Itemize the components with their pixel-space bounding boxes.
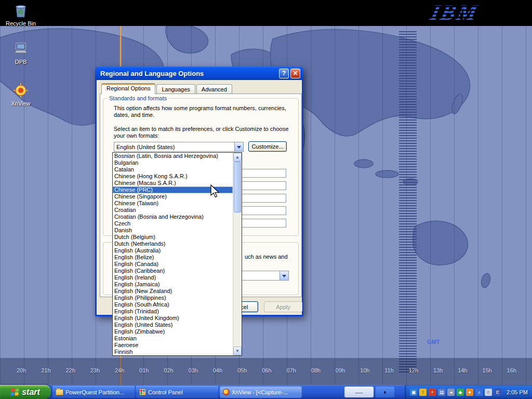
language-option[interactable]: English (Caribbean)	[113, 268, 233, 274]
svg-text:♻: ♻	[18, 8, 24, 16]
language-option[interactable]: English (New Zealand)	[113, 288, 233, 295]
language-option[interactable]: English (Ireland)	[113, 274, 233, 281]
ibm-logo: IBM	[418, 0, 491, 26]
language-option[interactable]: Dutch (Netherlands)	[113, 241, 233, 247]
xnview-icon	[223, 389, 230, 395]
taskbar: start PowerQuest Partition... Control Pa…	[0, 385, 532, 399]
scrollbar-thumb[interactable]	[234, 162, 241, 212]
language-option[interactable]: English (Zimbabwe)	[113, 328, 233, 335]
language-option[interactable]: Chinese (Hong Kong S.A.R.)	[113, 173, 233, 180]
tray-icons-row: ▣!+▤◂◆●♪○E	[410, 389, 501, 396]
language-option[interactable]: English (United States)	[113, 322, 233, 328]
removable-hardware-icon[interactable]: ◂	[447, 389, 455, 396]
language-option[interactable]: English (United Kingdom)	[113, 315, 233, 322]
network-status-icon[interactable]: ▣	[410, 389, 417, 396]
timezone-label: 06h	[262, 367, 271, 374]
language-option[interactable]: English (Philippines)	[113, 295, 233, 301]
dpb-label: DPB	[4, 59, 37, 65]
language-option[interactable]: Chinese (Singapore)	[113, 193, 233, 200]
dialog-title: Regional and Language Options	[100, 70, 277, 77]
scroll-down-arrow-icon[interactable]: ▼	[233, 347, 242, 355]
format-combobox-value: English (United States)	[114, 144, 234, 150]
desktop: 20h21h22h23h24h01h02h03h04h05h06h07h08h0…	[0, 0, 532, 399]
language-option[interactable]: English (Belize)	[113, 254, 233, 261]
task-xnview[interactable]: XnView - [<Capture-...	[220, 386, 302, 398]
volume-icon[interactable]: ♪	[475, 389, 483, 396]
timezone-label: 21h	[41, 367, 50, 374]
dialog-titlebar[interactable]: Regional and Language Options ? ✕	[95, 66, 303, 80]
timezone-label: 20h	[17, 367, 26, 374]
language-dropdown-list: Bosnian (Latin, Bosnia and Herzegovina)B…	[113, 153, 233, 355]
tab-regional-options[interactable]: Regional Options	[101, 83, 155, 94]
language-option[interactable]: English (Jamaica)	[113, 281, 233, 288]
close-button[interactable]: ✕	[290, 69, 300, 78]
standards-instruction: Select an item to match its preferences,…	[114, 126, 296, 139]
language-option[interactable]: English (Trinidad)	[113, 308, 233, 315]
messenger-icon[interactable]: ◆	[457, 389, 464, 396]
language-option[interactable]: Finnish	[113, 349, 233, 355]
language-bar-icon[interactable]: E	[494, 389, 501, 396]
language-option[interactable]: Chinese (PRC)	[113, 187, 233, 193]
timezone-label: 08h	[311, 367, 321, 374]
windows-flag-icon	[10, 389, 20, 396]
folder-icon	[56, 389, 63, 395]
language-option[interactable]: English (South Africa)	[113, 301, 233, 308]
language-option[interactable]: Bosnian (Latin, Bosnia and Herzegovina)	[113, 153, 233, 159]
recycle-bin-desktop-icon[interactable]: ♻ Recycle Bin	[4, 2, 37, 26]
tab-languages[interactable]: Languages	[156, 84, 195, 94]
combobox-dropdown-arrow-icon[interactable]	[280, 271, 288, 280]
dropdown-scrollbar[interactable]: ▲ ▼	[233, 153, 242, 355]
help-button[interactable]: ?	[279, 69, 289, 78]
language-option[interactable]: Faeroese	[113, 342, 233, 349]
language-option[interactable]: Czech	[113, 220, 233, 227]
language-option[interactable]: English (Canada)	[113, 261, 233, 268]
scheduler-icon[interactable]: ○	[485, 389, 492, 396]
apply-button[interactable]: Apply	[264, 301, 302, 312]
scrollbar-track[interactable]	[233, 212, 242, 347]
task-control-panel[interactable]: Control Panel	[136, 386, 218, 398]
language-option[interactable]: Estonian	[113, 335, 233, 342]
update-icon[interactable]: ●	[466, 389, 473, 396]
customize-button[interactable]: Customize...	[248, 141, 287, 152]
dpb-desktop-icon[interactable]: DPB	[4, 41, 37, 65]
recycle-bin-icon: ♻	[12, 2, 30, 19]
format-combobox[interactable]: English (United States)	[114, 142, 244, 152]
taskbar-icon-button[interactable]: ◖	[376, 387, 394, 397]
task-powerquest-partition[interactable]: PowerQuest Partition...	[52, 386, 135, 398]
timezone-label: 15h	[482, 367, 491, 374]
language-option[interactable]: Croatian (Bosnia and Herzegovina)	[113, 214, 233, 220]
location-text-fragment: uch as news and	[245, 254, 288, 260]
timezone-label: 11h	[384, 367, 394, 374]
system-tray: ▣!+▤◂◆●♪○E 2:05 PM	[405, 385, 532, 399]
timezone-label: 01h	[139, 367, 149, 374]
scroll-up-arrow-icon[interactable]: ▲	[233, 153, 242, 162]
language-option[interactable]: Chinese (Macau S.A.R.)	[113, 180, 233, 187]
language-option[interactable]: Chinese (Taiwan)	[113, 200, 233, 207]
taskbar-mini-window-button[interactable]: ----	[344, 387, 374, 397]
xnview-desktop-icon[interactable]: XnView	[4, 82, 37, 107]
combobox-dropdown-arrow-icon[interactable]	[234, 142, 243, 151]
display-settings-icon[interactable]: ▤	[438, 389, 445, 396]
language-option[interactable]: Dutch (Belgium)	[113, 234, 233, 241]
start-button[interactable]: start	[0, 385, 51, 399]
timezone-label: 04h	[213, 367, 222, 374]
gmt-label: GMT	[427, 339, 440, 345]
security-center-icon[interactable]: !	[419, 389, 427, 396]
taskbar-clock[interactable]: 2:05 PM	[507, 389, 528, 395]
language-option[interactable]: English (Australia)	[113, 247, 233, 254]
timezone-label: 12h	[409, 367, 418, 374]
timezone-label: 24h	[115, 367, 124, 374]
timezone-label: 05h	[237, 367, 247, 374]
tab-advanced[interactable]: Advanced	[196, 84, 232, 94]
language-option[interactable]: Catalan	[113, 166, 233, 173]
timezone-label: 03h	[189, 367, 198, 374]
standards-description: This option affects how some programs fo…	[114, 105, 296, 118]
date-line-hatch-band	[399, 31, 417, 374]
timezone-label: 22h	[65, 367, 75, 374]
xnview-icon	[12, 82, 30, 99]
antivirus-icon[interactable]: +	[429, 389, 436, 396]
language-option[interactable]: Croatian	[113, 207, 233, 214]
timezone-label: 13h	[433, 367, 443, 374]
language-option[interactable]: Bulgarian	[113, 159, 233, 166]
language-option[interactable]: Danish	[113, 227, 233, 234]
